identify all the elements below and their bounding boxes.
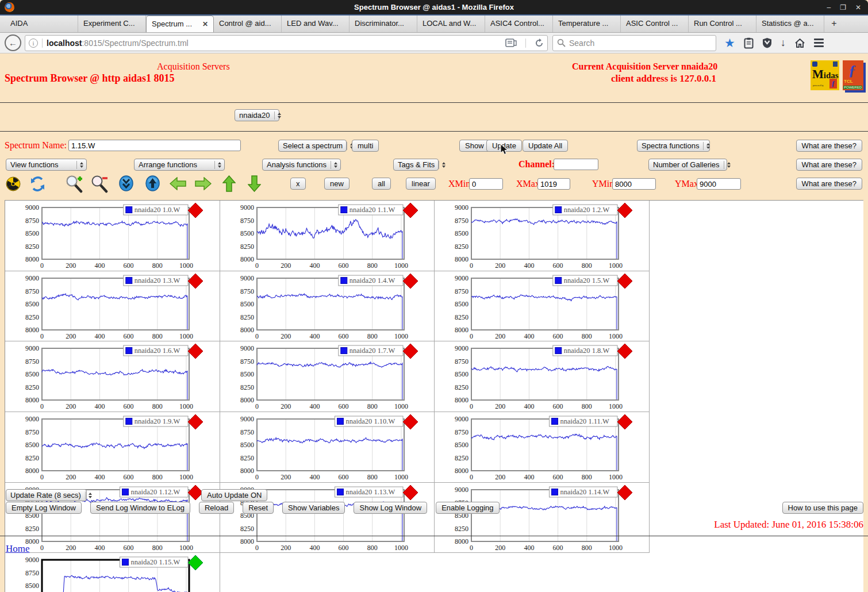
what-are-these-button-2[interactable]: What are these? (796, 159, 862, 171)
new-button[interactable]: new (324, 178, 349, 190)
reload-icon[interactable] (535, 39, 544, 48)
xmin-input[interactable] (469, 178, 503, 190)
spectrum-panel-1.0.W[interactable]: 9000875085008250800002004006008001000nna… (5, 201, 220, 271)
tab-led-and-wav[interactable]: LED and Wav... (282, 16, 349, 32)
update-rate-dropdown[interactable]: Update Rate (8 secs) (6, 489, 87, 501)
tab-close-icon[interactable]: ✕ (199, 16, 208, 32)
channel-input[interactable] (554, 159, 598, 170)
update-all-button[interactable]: Update All (523, 140, 568, 152)
tab-aida[interactable]: AIDA (0, 16, 78, 32)
maximize-icon[interactable]: ❐ (840, 3, 846, 11)
multi-button[interactable]: multi (352, 140, 379, 152)
refresh-icon[interactable] (30, 176, 45, 191)
arrow-right-icon[interactable] (195, 177, 212, 190)
reset-button[interactable]: Reset (243, 502, 274, 514)
tab-local-and-w[interactable]: LOCAL and W... (417, 16, 485, 32)
back-button[interactable]: ← (5, 34, 21, 51)
collapse-vertical-icon[interactable] (119, 175, 133, 191)
arrow-left-icon[interactable] (170, 177, 186, 190)
tab-temperature[interactable]: Temperature ... (553, 16, 621, 32)
spectrum-panel-1.7.W[interactable]: 9000875085008250800002004006008001000nna… (220, 341, 435, 412)
enable-logging-button[interactable]: Enable Logging (436, 502, 499, 514)
svg-text:0: 0 (40, 262, 44, 270)
spectrum-panel-1.9.W[interactable]: 9000875085008250800002004006008001000nna… (5, 412, 220, 483)
expand-vertical-icon[interactable] (145, 175, 160, 191)
zoom-out-icon[interactable] (90, 175, 109, 193)
analysis-functions-dropdown[interactable]: Analysis functions (262, 159, 341, 171)
downloads-icon[interactable]: ↓ (781, 37, 786, 49)
svg-text:800: 800 (367, 332, 377, 340)
tab-spectrum[interactable]: Spectrum ...✕ (146, 16, 214, 32)
x-button[interactable]: x (290, 178, 306, 190)
svg-text:600: 600 (338, 402, 348, 410)
ymax-input[interactable] (697, 178, 741, 190)
tab-control-aid[interactable]: Control @ aid... (214, 16, 282, 32)
tab-discriminator[interactable]: Discriminator... (349, 16, 417, 32)
home-link[interactable]: Home (6, 543, 30, 555)
spectrum-panel-1.3.W[interactable]: 9000875085008250800002004006008001000nna… (5, 271, 220, 342)
tab-experiment-c[interactable]: Experiment C... (78, 16, 146, 32)
tab-statistics-a[interactable]: Statistics @ a... (756, 16, 824, 32)
shield-icon[interactable] (762, 37, 772, 48)
show-log-window-button[interactable]: Show Log Window (354, 502, 427, 514)
search-input[interactable] (569, 39, 684, 48)
arrow-up-icon[interactable] (222, 175, 236, 192)
search-bar[interactable] (552, 35, 716, 51)
legend-swatch (555, 348, 562, 354)
ymin-input[interactable] (612, 178, 656, 190)
clipboard-icon[interactable] (744, 37, 754, 49)
tags-fits-dropdown[interactable]: Tags & Fits (393, 159, 439, 171)
url-text[interactable]: localhost:8015/Spectrum/Spectrum.tml (47, 39, 505, 48)
send-log-window-to-elog-button[interactable]: Send Log Window to ELog (90, 502, 190, 514)
minimize-icon[interactable]: – (827, 3, 831, 11)
last-updated-text: Last Updated: June 01, 2016 15:38:06 (714, 519, 863, 531)
bookmark-star-icon[interactable]: ★ (724, 37, 735, 49)
linear-button[interactable]: linear (406, 178, 436, 190)
home-icon[interactable] (794, 38, 805, 48)
spectrum-panel-1.15.W[interactable]: 9000875085008250800002004006008001000nna… (5, 553, 220, 592)
what-are-these-button-3[interactable]: What are these? (796, 178, 862, 190)
number-of-galleries-dropdown[interactable]: Number of Galleries (648, 159, 727, 171)
status-diamond-red (617, 203, 632, 218)
status-diamond-red (403, 344, 418, 359)
select-spectrum-dropdown[interactable]: Select a spectrum (278, 140, 347, 152)
url-bar[interactable]: i localhost:8015/Spectrum/Spectrum.tml (25, 35, 548, 51)
new-tab-button[interactable]: + (824, 16, 844, 32)
all-button[interactable]: all (372, 178, 391, 190)
spectrum-panel-1.5.W[interactable]: 9000875085008250800002004006008001000nna… (435, 271, 650, 342)
spectrum-panel-1.8.W[interactable]: 9000875085008250800002004006008001000nna… (435, 341, 650, 412)
auto-update-button[interactable]: Auto Update ON (201, 489, 267, 501)
arrange-functions-dropdown[interactable]: Arrange functions (134, 159, 225, 171)
zoom-in-icon[interactable] (65, 175, 83, 193)
how-to-use-button[interactable]: How to use this page (782, 502, 863, 514)
tab-asic-control[interactable]: ASIC Control ... (621, 16, 689, 32)
spectrum-trace (471, 434, 617, 470)
xmax-input[interactable] (537, 178, 570, 190)
spectrum-panel-1.1.W[interactable]: 9000875085008250800002004006008001000nna… (220, 201, 435, 271)
show-button[interactable]: Show (459, 140, 490, 152)
svg-text:600: 600 (338, 332, 348, 340)
tab-asic4-control[interactable]: ASIC4 Control... (485, 16, 553, 32)
reader-mode-icon[interactable] (505, 39, 517, 48)
arrow-down-icon[interactable] (248, 175, 261, 192)
acquisition-server-select[interactable]: nnaida20 (235, 109, 279, 121)
spectrum-panel-1.4.W[interactable]: 9000875085008250800002004006008001000nna… (220, 271, 435, 342)
info-icon[interactable]: i (29, 39, 38, 48)
reload-button[interactable]: Reload (199, 502, 234, 514)
svg-text:200: 200 (66, 473, 76, 481)
spectrum-panel-1.6.W[interactable]: 9000875085008250800002004006008001000nna… (5, 341, 220, 412)
spectrum-panel-1.11.W[interactable]: 9000875085008250800002004006008001000nna… (435, 412, 650, 483)
view-functions-dropdown[interactable]: View functions (6, 159, 87, 171)
spectra-functions-dropdown[interactable]: Spectra functions (637, 140, 710, 152)
spectrum-panel-1.10.W[interactable]: 9000875085008250800002004006008001000nna… (220, 412, 435, 483)
close-icon[interactable]: ✕ (855, 3, 861, 11)
empty-log-window-button[interactable]: Empty Log Window (6, 502, 82, 514)
what-are-these-button-1[interactable]: What are these? (796, 140, 862, 152)
menu-icon[interactable] (814, 37, 824, 49)
tab-run-control[interactable]: Run Control ... (689, 16, 756, 32)
radiation-icon[interactable] (6, 176, 21, 191)
show-variables-button[interactable]: Show Variables (282, 502, 345, 514)
spectrum-panel-1.2.W[interactable]: 9000875085008250800002004006008001000nna… (435, 201, 650, 271)
spectrum-name-input[interactable] (68, 140, 241, 151)
svg-text:9000: 9000 (240, 415, 254, 423)
